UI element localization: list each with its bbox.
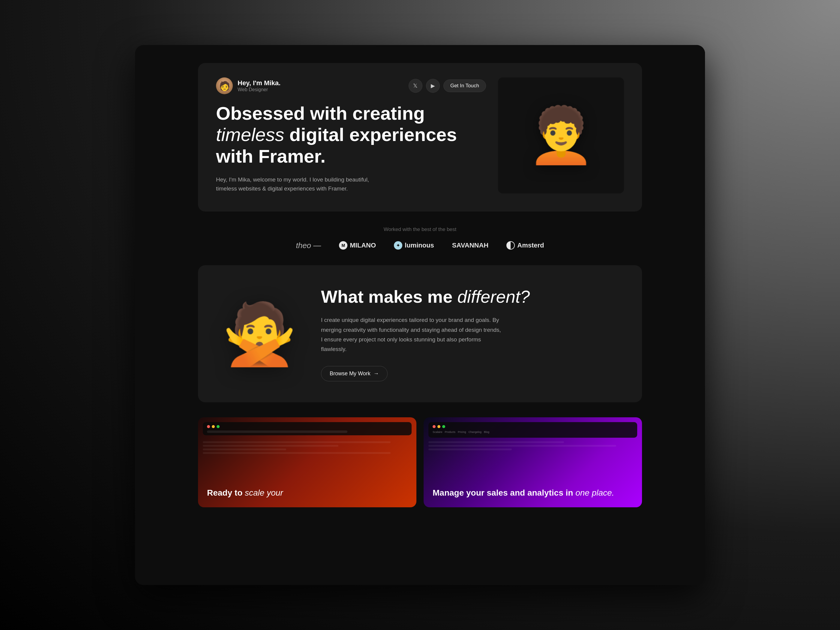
avatar: 🧑 — [216, 77, 233, 94]
card1-text1: Ready to — [207, 488, 245, 497]
portfolio-card-2-title: Manage your sales and analytics in one p… — [433, 488, 633, 498]
portfolio-card-2[interactable]: Scalaire Products Pricing Changelog Blog… — [423, 417, 642, 507]
browser-chrome-1 — [203, 422, 412, 435]
brand-theo: theo — — [296, 241, 321, 250]
brand-amsterdam-name: Amsterd — [517, 242, 544, 249]
mock-line — [203, 448, 286, 450]
dot-red-1 — [207, 425, 210, 428]
mock-line — [428, 441, 564, 443]
portfolio-card-1-title: Ready to scale your — [207, 488, 407, 498]
browse-btn-label: Browse My Work — [330, 371, 371, 377]
brand-amsterdam-icon — [507, 241, 515, 249]
browser-dots-2 — [433, 425, 633, 428]
browser-dots-1 — [207, 425, 407, 428]
designer-name: Hey, I'm Mika. — [238, 79, 281, 87]
browser-content-1 — [203, 441, 412, 486]
hero-left: 🧑 Hey, I'm Mika. Web Designer 𝕏 ▶ Get In… — [216, 77, 486, 194]
different-headline: What makes me different? — [321, 286, 618, 307]
nav-item: Blog — [484, 431, 489, 434]
brand-milano-name: MILANO — [350, 242, 376, 249]
hero-emoji-avatar: 🧑‍🦱 — [527, 108, 595, 162]
card2-italic: one place. — [575, 488, 614, 497]
dot-yellow-1 — [212, 425, 215, 428]
browser-chrome-2: Scalaire Products Pricing Changelog Blog — [428, 422, 637, 438]
headline-italic: timeless — [216, 124, 284, 145]
nav-item: Products — [445, 431, 456, 434]
browser-content-2 — [428, 441, 637, 486]
dot-yellow-2 — [437, 425, 441, 428]
portfolio-card-1-text: Ready to scale your — [207, 488, 407, 498]
brand-milano: M MILANO — [339, 241, 376, 249]
dot-red-2 — [433, 425, 436, 428]
brands-section: Worked with the best of the best theo — … — [198, 226, 642, 250]
avatar-face: 🧑 — [216, 77, 233, 94]
headline-text-1: Obsessed with creating — [216, 103, 425, 123]
name-title: Hey, I'm Mika. Web Designer — [238, 79, 281, 92]
portfolio-row: Ready to scale your Scalaire Products Pr… — [198, 417, 642, 507]
different-avatar: 🙅 — [222, 304, 297, 364]
card1-italic: scale your — [245, 488, 283, 497]
different-headline-italic: different? — [458, 287, 530, 306]
dot-green-1 — [216, 425, 219, 428]
dot-green-2 — [442, 425, 445, 428]
nav-item: Pricing — [458, 431, 466, 434]
hero-subtext: Hey, I'm Mika, welcome to my world. I lo… — [216, 175, 384, 194]
nav-item: Scalaire — [433, 431, 442, 434]
twitter-button[interactable]: 𝕏 — [409, 79, 422, 93]
portfolio-card-1[interactable]: Ready to scale your — [198, 417, 417, 507]
hero-nav: 🧑 Hey, I'm Mika. Web Designer 𝕏 ▶ Get In… — [216, 77, 486, 94]
brand-savannah-name: SAVANNAH — [452, 242, 488, 249]
browser-nav-2: Scalaire Products Pricing Changelog Blog — [433, 431, 633, 434]
different-headline-text1: What makes me — [321, 287, 458, 306]
designer-role: Web Designer — [238, 87, 281, 92]
contact-button[interactable]: Get In Touch — [444, 79, 486, 92]
mock-line — [203, 441, 391, 443]
portfolio-card-2-text: Manage your sales and analytics in one p… — [433, 488, 633, 498]
brands-row: theo — M MILANO ✦ luminous SAVANNAH Amst… — [198, 241, 642, 250]
monitor-frame: 🧑 Hey, I'm Mika. Web Designer 𝕏 ▶ Get In… — [135, 45, 705, 585]
mock-line — [203, 452, 391, 454]
different-card: 🙅 What makes me different? I create uniq… — [198, 265, 642, 403]
hero-3d-avatar: 🧑‍🦱 — [498, 87, 624, 183]
nav-actions: 𝕏 ▶ Get In Touch — [409, 79, 486, 93]
mock-line — [428, 448, 512, 450]
mock-line — [203, 445, 338, 447]
brand-luminous: ✦ luminous — [394, 241, 434, 249]
card2-text1: Manage your sales and analytics in — [433, 488, 575, 497]
brands-label: Worked with the best of the best — [198, 226, 642, 232]
hero-headline: Obsessed with creating timeless digital … — [216, 103, 486, 167]
browser-bar-1 — [207, 431, 347, 433]
hero-card: 🧑 Hey, I'm Mika. Web Designer 𝕏 ▶ Get In… — [198, 63, 642, 212]
brand-savannah: SAVANNAH — [452, 242, 488, 249]
different-content: What makes me different? I create unique… — [321, 286, 618, 382]
browse-btn-arrow: → — [374, 371, 379, 377]
brand-luminous-icon: ✦ — [394, 241, 402, 249]
brand-theo-name: theo — — [296, 241, 321, 250]
brand-luminous-name: luminous — [405, 242, 434, 249]
youtube-button[interactable]: ▶ — [426, 79, 440, 93]
brand-amsterdam: Amsterd — [507, 241, 544, 249]
browse-my-work-button[interactable]: Browse My Work → — [321, 366, 388, 381]
page-content: 🧑 Hey, I'm Mika. Web Designer 𝕏 ▶ Get In… — [135, 45, 705, 585]
hero-right-panel: 🧑‍🦱 — [498, 77, 624, 194]
different-body: I create unique digital experiences tail… — [321, 315, 501, 354]
brand-milano-icon: M — [339, 241, 347, 249]
nav-item: Changelog — [469, 431, 482, 434]
mock-line — [428, 445, 616, 447]
